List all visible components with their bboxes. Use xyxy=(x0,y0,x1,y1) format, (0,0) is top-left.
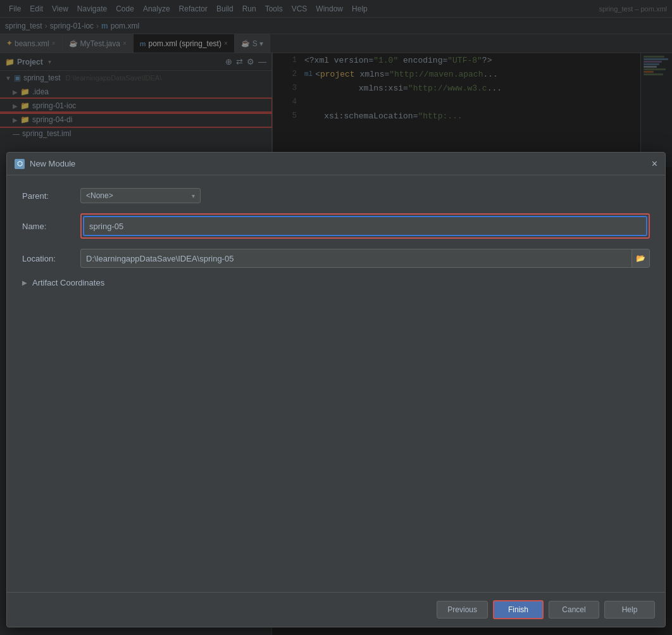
help-button[interactable]: Help xyxy=(604,601,655,619)
artifact-expand-icon: ▶ xyxy=(22,279,27,286)
parent-control: <None> ▾ xyxy=(80,188,650,203)
name-row: Name: xyxy=(22,213,650,239)
location-label: Location: xyxy=(22,254,73,263)
location-row: Location: D:\learningappDataSave\IDEA\sp… xyxy=(22,249,650,268)
dialog-footer: Previous Finish Cancel Help xyxy=(7,592,665,627)
previous-button[interactable]: Previous xyxy=(437,601,488,619)
location-browse-button[interactable]: 📂 xyxy=(632,249,649,267)
name-label: Name: xyxy=(22,222,73,231)
name-control xyxy=(80,213,650,239)
artifact-coordinates-row[interactable]: ▶ Artifact Coordinates xyxy=(22,278,650,287)
parent-row: Parent: <None> ▾ xyxy=(22,188,650,203)
dialog-icon-symbol: ⬡ xyxy=(17,160,23,167)
name-input-wrapper xyxy=(83,216,647,236)
dialog-icon: ⬡ xyxy=(15,159,25,169)
location-input-wrapper: D:\learningappDataSave\IDEA\spring-05 📂 xyxy=(80,249,650,268)
name-input[interactable] xyxy=(84,219,166,234)
new-module-dialog: ⬡ New Module × Parent: <None> ▾ Name: xyxy=(6,152,666,627)
parent-dropdown-value: <None> xyxy=(86,191,113,200)
dialog-title-text: New Module xyxy=(30,159,75,168)
artifact-label: Artifact Coordinates xyxy=(32,278,104,287)
name-input-rest xyxy=(166,217,646,235)
finish-button[interactable]: Finish xyxy=(493,600,544,619)
name-input-highlight xyxy=(80,213,650,239)
parent-dropdown-arrow-icon: ▾ xyxy=(192,192,195,199)
dialog-body: Parent: <None> ▾ Name: L xyxy=(7,175,665,627)
dialog-content-area xyxy=(22,298,650,614)
cancel-button[interactable]: Cancel xyxy=(549,601,599,619)
dialog-title-bar: ⬡ New Module × xyxy=(7,153,665,175)
folder-browse-icon: 📂 xyxy=(636,254,645,263)
parent-dropdown[interactable]: <None> ▾ xyxy=(80,188,201,203)
dialog-close-button[interactable]: × xyxy=(652,159,657,169)
location-text: D:\learningappDataSave\IDEA\spring-05 xyxy=(81,251,632,266)
parent-label: Parent: xyxy=(22,191,73,201)
